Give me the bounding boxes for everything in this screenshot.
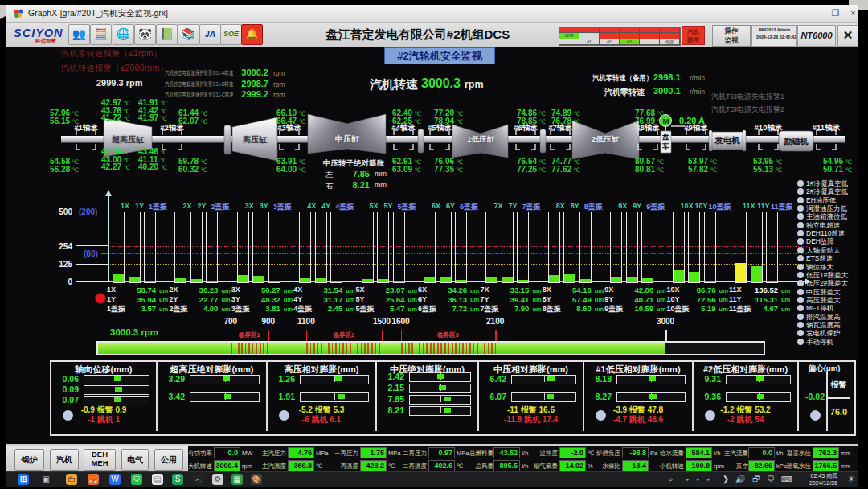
alarm-indicator-icon: [797, 205, 804, 212]
right-alarm-20[interactable]: 手动停机: [797, 338, 833, 347]
terminal-icon[interactable]: >_: [193, 474, 204, 485]
alarm-indicator-icon: [797, 188, 804, 195]
taskview-icon[interactable]: ▣: [40, 474, 51, 485]
alarm-indicator-icon: [797, 180, 804, 187]
right-alarm-layer: 1#冷凝真空低2#冷凝真空低EH油压低润滑油压力低主油箱液位低独立电超速DEH1…: [6, 5, 858, 486]
chevron-up-icon[interactable]: ❯: [720, 474, 731, 485]
package-icon[interactable]: ▦: [231, 474, 243, 485]
taskbar-time: 02:45 周四: [811, 473, 837, 479]
message-icon[interactable]: 🗨: [765, 474, 776, 485]
alarm-indicator-icon: [797, 322, 804, 328]
alarm-indicator-icon: [797, 213, 804, 220]
keyboard-icon[interactable]: ⌨: [781, 474, 792, 485]
tray-teal-icon[interactable]: ●: [692, 474, 703, 485]
files-icon[interactable]: 🗀: [66, 474, 77, 485]
alarm-indicator-icon: [797, 238, 804, 244]
notes-icon[interactable]: ▤: [152, 474, 163, 485]
wechat-icon[interactable]: 🗨: [131, 474, 142, 485]
alarm-indicator-icon: [797, 230, 804, 236]
alarm-indicator-icon: [797, 305, 804, 311]
volume-icon[interactable]: 🔊: [735, 474, 746, 485]
alarm-indicator-icon: [797, 314, 804, 320]
brightness-icon[interactable]: ☀: [845, 474, 857, 485]
alarm-indicator-icon: [797, 197, 804, 203]
alarm-indicator-icon: [797, 280, 804, 286]
taskbar-clock[interactable]: 02:45 周四2024/12/26: [796, 473, 837, 487]
os-taskbar: ⊞▣🗀🦊W🗨▤S>_⚙▦🎨⌕●●●❯🔊🗗🗨⌨☀02:45 周四2024/12/2…: [6, 471, 858, 487]
alarm-indicator-icon: [797, 272, 804, 278]
search-icon[interactable]: ⌕: [665, 474, 677, 485]
alarm-indicator-icon: [797, 330, 804, 336]
hmi-screen: GraphX-[gra/#20T_汽机安全监视.grx] – ❐ × SCIYO…: [6, 5, 858, 486]
alarm-indicator-icon: [797, 297, 804, 303]
netspeed-icon[interactable]: 🗗: [751, 474, 762, 485]
photos-icon[interactable]: 🎨: [251, 474, 262, 485]
start-icon[interactable]: ⊞: [18, 474, 29, 485]
taskbar-date: 2024/12/26: [809, 480, 837, 486]
alarm-indicator-icon: [797, 264, 804, 270]
firefox-icon[interactable]: 🦊: [88, 474, 99, 485]
alarm-indicator-icon: [797, 289, 804, 295]
tray-purple-icon[interactable]: ●: [702, 474, 714, 485]
alarm-indicator-icon: [797, 255, 804, 261]
alarm-indicator-icon: [797, 339, 804, 345]
settings-icon[interactable]: ⚙: [212, 474, 223, 485]
wps-icon[interactable]: W: [109, 474, 121, 485]
tray-green-icon[interactable]: ●: [682, 474, 693, 485]
alarm-indicator-icon: [797, 247, 804, 253]
alarm-indicator-icon: [797, 222, 804, 228]
sheets-icon[interactable]: S: [172, 474, 183, 485]
